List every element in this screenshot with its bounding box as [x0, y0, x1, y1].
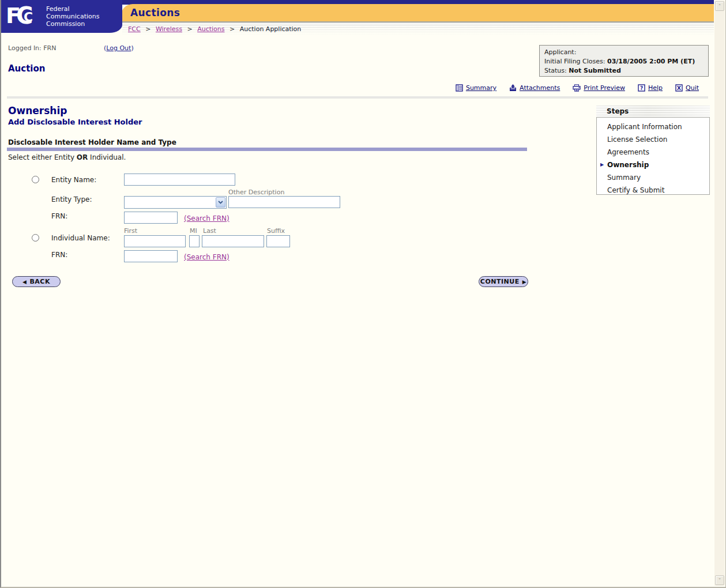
mi-label: MI: [190, 227, 197, 235]
step-summary: Summary: [597, 171, 709, 184]
section-subtitle: Add Disclosable Interest Holder: [8, 118, 142, 126]
entity-frn-label: FRN:: [51, 212, 67, 220]
page-title: Auction: [8, 63, 45, 74]
fcc-org-name: Federal Communications Commission: [46, 5, 99, 28]
last-name-input[interactable]: [202, 235, 264, 247]
breadcrumb-link-auctions[interactable]: Auctions: [197, 25, 224, 33]
summary-icon: [456, 84, 463, 92]
applicant-info-box: Applicant: Initial Filing Closes: 03/18/…: [539, 45, 709, 77]
fcc-logo-icon: F C C: [6, 4, 42, 29]
other-description-input[interactable]: [228, 196, 340, 208]
step-agreements: Agreements: [597, 146, 709, 159]
logout-text: Log Out: [106, 44, 131, 52]
scroll-up-button[interactable]: ˄: [715, 1, 724, 11]
steps-header: Steps: [596, 105, 710, 117]
steps-panel: Applicant Information License Selection …: [596, 117, 710, 195]
entity-radio[interactable]: [32, 176, 39, 183]
continue-arrow-icon: ▶: [522, 279, 526, 285]
help-label: Help: [648, 84, 663, 92]
suffix-input[interactable]: [266, 235, 290, 247]
individual-search-frn-link[interactable]: (Search FRN): [184, 253, 230, 261]
breadcrumb: FCC > Wireless > Auctions > Auction Appl…: [122, 22, 714, 33]
vertical-scrollbar[interactable]: ˄ ˅: [714, 1, 725, 586]
status-line: Status: Not Submitted: [544, 66, 704, 76]
first-name-label: First: [124, 227, 137, 235]
individual-name-label: Individual Name:: [51, 234, 110, 242]
print-preview-label: Print Preview: [584, 84, 625, 92]
auction-application-page: Auctions F C C Federal Communications Co…: [0, 0, 726, 588]
printer-icon: [573, 84, 581, 92]
logout-paren: ): [131, 44, 133, 52]
steps-title: Steps: [596, 105, 710, 115]
dropdown-arrow-button[interactable]: [216, 197, 225, 208]
step-license-selection: License Selection: [597, 133, 709, 146]
active-step-arrow-icon: ▶: [600, 159, 604, 171]
summary-link[interactable]: Summary: [456, 84, 496, 92]
applicant-label: Applicant:: [544, 48, 704, 57]
other-description-label: Other Description: [228, 189, 284, 196]
breadcrumb-link-wireless[interactable]: Wireless: [156, 25, 182, 33]
svg-text:?: ?: [640, 85, 643, 91]
quit-icon: X: [675, 84, 683, 92]
status-value: Not Submitted: [569, 67, 621, 74]
step-ownership: ▶Ownership: [597, 159, 709, 171]
breadcrumb-current: Auction Application: [240, 25, 302, 33]
entity-search-frn-link[interactable]: (Search FRN): [184, 214, 230, 223]
section-title: Ownership: [8, 105, 67, 116]
header-gold-bar: Auctions: [121, 4, 714, 22]
back-arrow-icon: ◀: [22, 279, 27, 285]
svg-text:X: X: [677, 85, 682, 91]
breadcrumb-separator: >: [230, 25, 235, 33]
summary-label: Summary: [466, 84, 496, 92]
individual-radio[interactable]: [32, 234, 39, 242]
group-heading-rule: [7, 148, 527, 151]
entity-name-input[interactable]: [124, 174, 235, 186]
toolbar: Summary Attachments Print Preview ? Help…: [456, 84, 699, 92]
fcc-logo-block: F C C Federal Communications Commission: [1, 0, 122, 33]
quit-label: Quit: [686, 84, 699, 92]
help-icon: ?: [638, 84, 645, 92]
help-link[interactable]: ? Help: [638, 84, 663, 92]
quit-link[interactable]: X Quit: [675, 84, 699, 92]
individual-frn-input[interactable]: [124, 250, 178, 262]
first-name-input[interactable]: [124, 235, 186, 247]
entity-type-label: Entity Type:: [51, 195, 92, 203]
breadcrumb-strip: FCC > Wireless > Auctions > Auction Appl…: [122, 22, 714, 36]
svg-text:C: C: [24, 10, 33, 24]
app-title: Auctions: [121, 4, 714, 18]
last-name-label: Last: [203, 227, 216, 235]
toolbar-divider: [7, 96, 708, 99]
mi-input[interactable]: [189, 235, 200, 247]
entity-type-select[interactable]: [124, 196, 227, 209]
filing-closes-line: Initial Filing Closes: 03/18/2005 2:00 P…: [544, 57, 704, 66]
breadcrumb-separator: >: [145, 25, 151, 33]
step-applicant-information: Applicant Information: [597, 120, 709, 133]
breadcrumb-separator: >: [187, 25, 192, 33]
continue-button[interactable]: CONTINUE▶: [479, 276, 528, 287]
entity-frn-input[interactable]: [124, 212, 178, 224]
scroll-down-button[interactable]: ˅: [715, 575, 724, 585]
individual-frn-label: FRN:: [51, 251, 67, 259]
filing-closes-value: 03/18/2005 2:00 PM (ET): [607, 58, 695, 65]
attachments-link[interactable]: Attachments: [509, 84, 560, 92]
breadcrumb-link-fcc[interactable]: FCC: [128, 25, 141, 33]
entity-type-selected-value: [125, 197, 126, 205]
logged-in-label: Logged In: FRN: [8, 44, 57, 52]
suffix-label: Suffix: [267, 227, 285, 235]
group-heading: Disclosable Interest Holder Name and Typ…: [8, 138, 176, 146]
logout-link[interactable]: (Log Out): [104, 44, 134, 52]
attachments-icon: [509, 84, 517, 92]
back-button[interactable]: ◀BACK: [12, 276, 61, 287]
step-certify-submit: Certify & Submit: [597, 184, 709, 197]
entity-name-label: Entity Name:: [51, 176, 96, 184]
attachments-label: Attachments: [520, 84, 560, 92]
print-preview-link[interactable]: Print Preview: [573, 84, 625, 92]
instruction-text: Select either Entity OR Individual.: [8, 153, 126, 161]
